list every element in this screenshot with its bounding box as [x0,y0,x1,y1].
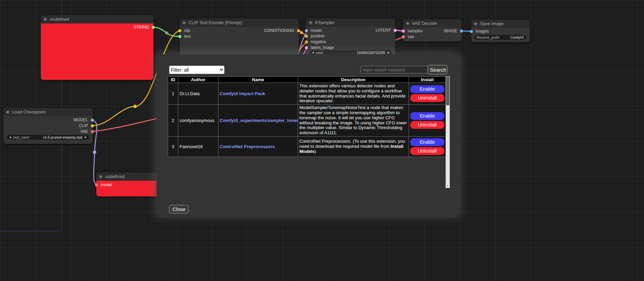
output-slot-image: IMAGE [444,28,462,34]
node-title-bar[interactable]: VAE Decode [403,19,462,28]
input-slot-model: model [96,182,112,188]
input-slot-text: text [180,34,191,39]
ckpt-name-widget[interactable]: ◀ ckpt_name v1-5-pruned-emaonly.ckpt ▶ [7,135,89,140]
output-dot-image[interactable] [460,30,463,33]
output-slot-clip: CLIP [79,123,93,128]
filter-select[interactable]: Filter: all [169,66,225,74]
input-slot-positive: positive [306,33,325,39]
stepper-right-icon[interactable]: ▶ [386,51,391,54]
filename-prefix-widget[interactable]: filename_prefix ComfyUI [475,35,526,40]
node-undefined-bottom[interactable]: undefined model [96,173,161,196]
search-input[interactable] [361,66,429,73]
node-title-bar[interactable]: undefined [96,173,161,181]
output-dot-model[interactable] [91,119,94,122]
output-dot-clip[interactable] [91,124,94,127]
filename-prefix-value: ComfyUI [500,36,525,39]
seed-value: 156680208700286 [323,51,386,55]
comfyui-manager-dialog: Filter: all Search ID Author Name Descri… [156,54,459,217]
extension-row: 3 Fannovel16 ControlNet Preprocessors Co… [168,136,446,157]
node-title-bar[interactable]: Save Image [471,20,530,28]
reroute-dot-model[interactable] [93,151,96,154]
close-button[interactable]: Close [169,205,189,213]
uninstall-button[interactable]: Uninstall [410,121,444,129]
node-title: undefined [105,174,125,179]
input-dot-images[interactable] [470,30,473,33]
node-title-bar[interactable]: undefined [41,15,153,23]
output-dot-string[interactable] [152,26,155,29]
node-title: KSampler [315,20,334,25]
collapse-dot-icon[interactable] [406,22,409,25]
input-dot-clip[interactable] [178,29,181,32]
input-dot-text[interactable] [178,35,181,38]
extension-table: ID Author Name Description Install 1 Dr.… [168,76,446,157]
stepper-left-icon[interactable]: ◀ [8,136,12,139]
stepper-left-icon[interactable]: ◀ [311,51,315,54]
input-slot-clip: clip [180,28,190,33]
output-dot-vae[interactable] [91,130,94,133]
node-title: CLIP Text Encode (Prompt) [188,20,242,25]
uninstall-button[interactable]: Uninstall [410,94,444,102]
collapse-dot-icon[interactable] [6,110,10,114]
input-slot-images: images [471,29,489,34]
node-save-image[interactable]: Save Image images filename_prefix ComfyU… [471,20,530,42]
input-slot-model: model [306,28,322,33]
node-body: model [96,181,161,196]
input-slot-latent-image: latent_image [306,45,334,50]
input-dot-samples[interactable] [402,30,405,33]
node-title-bar[interactable]: Load Checkpoint [3,108,93,116]
reroute-dot-conditioning[interactable] [300,31,303,34]
extension-link[interactable]: ComfyUI_experiments/sampler_tonemap [220,118,298,123]
input-slot-negative: negative [306,39,326,45]
node-clip-text-encode[interactable]: CLIP Text Encode (Prompt) clip text COND… [180,19,299,59]
reroute-dot-string[interactable] [165,32,168,35]
stepper-right-icon[interactable]: ▶ [84,136,88,139]
output-dot-conditioning[interactable] [297,29,300,32]
table-header-row: ID Author Name Description Install [168,77,446,83]
output-dot-latent[interactable] [394,29,397,32]
uninstall-button[interactable]: Uninstall [410,147,444,155]
collapse-dot-icon[interactable] [474,22,477,25]
collapse-dot-icon[interactable] [309,21,312,24]
header-install: Install [409,77,446,83]
search-button[interactable]: Search [428,65,447,74]
output-slot-model: MODEL [73,117,93,123]
node-undefined-top[interactable]: undefined STRING [41,15,153,80]
extension-table-container: ID Author Name Description Install 1 Dr.… [168,76,450,188]
enable-button[interactable]: Enable [410,112,444,120]
header-id: ID [168,77,178,83]
node-title: Save Image [480,21,503,26]
node-title-bar[interactable]: KSampler [306,19,395,27]
output-slot-vae: VAE [80,129,93,134]
enable-button[interactable]: Enable [410,138,444,146]
input-dot-negative[interactable] [305,40,308,43]
node-title: undefined [50,17,69,22]
enable-button[interactable]: Enable [410,85,444,93]
header-description: Description [298,77,409,83]
scroll-down-arrow-icon[interactable]: ▼ [446,183,450,188]
node-title: VAE Decode [412,21,437,26]
node-body: STRING [41,23,153,80]
node-ksampler[interactable]: KSampler model positive negative latent_… [306,19,395,58]
collapse-dot-icon[interactable] [182,21,186,24]
input-dot-model[interactable] [95,183,98,187]
input-dot-positive[interactable] [305,35,308,38]
node-vae-decode[interactable]: VAE Decode samples vae IMAGE [403,19,462,41]
scrollbar[interactable]: ▼ [446,76,450,188]
input-slot-vae: vae [403,34,414,39]
input-dot-vae[interactable] [402,35,405,38]
node-load-checkpoint[interactable]: Load Checkpoint MODEL CLIP VAE ◀ ckpt_na… [3,108,93,144]
collapse-dot-icon[interactable] [44,18,47,21]
ckpt-name-value: v1-5-pruned-emaonly.ckpt [30,136,84,139]
extension-link[interactable]: ControlNet Preprocessors [220,144,275,149]
scrollbar-thumb[interactable] [446,77,449,105]
input-dot-latent-image[interactable] [305,46,308,49]
extension-link[interactable]: ComfyUI Impact Pack [220,91,265,96]
extension-row: 2 comfyanonymous ComfyUI_experiments/sam… [168,105,446,137]
output-slot-conditioning: CONDITIONING [264,28,299,33]
input-dot-model[interactable] [305,29,308,32]
reroute-dot-clip[interactable] [133,105,137,108]
input-slot-samples: samples [403,28,423,34]
collapse-dot-icon[interactable] [99,175,102,178]
node-title: Load Checkpoint [12,109,46,115]
node-title-bar[interactable]: CLIP Text Encode (Prompt) [180,19,299,27]
